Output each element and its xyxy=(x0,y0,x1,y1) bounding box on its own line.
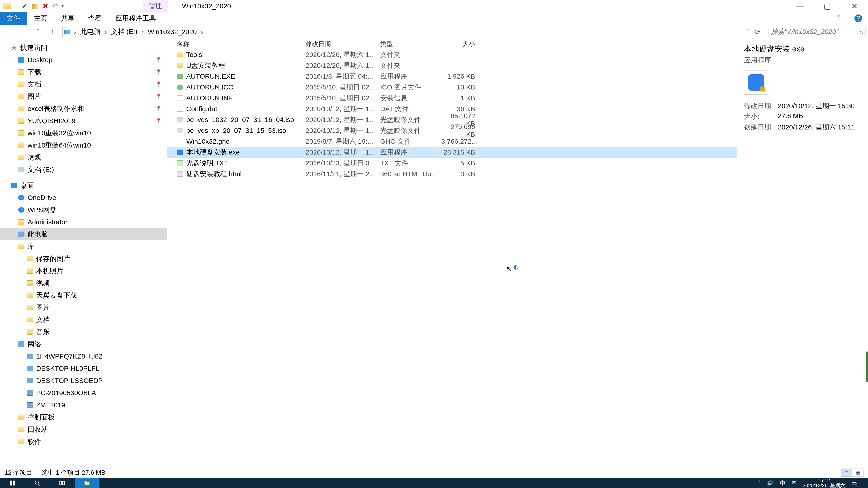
breadcrumb-seg-pc[interactable]: 此电脑 xyxy=(79,27,101,36)
tree-item[interactable]: 音乐 xyxy=(0,326,167,338)
ribbon-expand-icon[interactable]: ˅ xyxy=(828,12,848,25)
file-row[interactable]: Win10x32.gho2019/9/7, 星期六 19:...GHO 文件3,… xyxy=(167,136,737,147)
tree-item[interactable]: 此电脑 xyxy=(0,228,167,240)
qat-delete-icon[interactable]: ✖ xyxy=(42,3,49,9)
tree-item[interactable]: 控制面板 xyxy=(0,411,167,423)
tree-item[interactable]: ZMT2019 xyxy=(0,399,167,411)
breadcrumb-seg-folder[interactable]: Win10x32_2020 xyxy=(147,28,198,36)
file-row[interactable]: AUTORUN.EXE2016/1/8, 星期五 04:...应用程序1,926… xyxy=(167,71,737,82)
tree-item[interactable]: Administrator xyxy=(0,216,167,228)
tree-item[interactable]: 虎观 xyxy=(0,151,167,164)
tree-item[interactable]: 天翼云盘下载 xyxy=(0,289,167,301)
ribbon-tab-share[interactable]: 共享 xyxy=(54,12,81,25)
address-dropdown-icon[interactable]: ˅ xyxy=(747,28,750,36)
file-row[interactable]: AUTORUN.ICO2015/5/10, 星期日 02...ICO 图片文件1… xyxy=(167,82,737,93)
file-row[interactable]: pe_yqs_xp_20_07_31_15_53.iso2020/10/12, … xyxy=(167,125,737,136)
nav-recent-dropdown[interactable]: ˅ xyxy=(33,29,42,35)
taskbar-explorer-button[interactable] xyxy=(74,478,99,488)
tree-item[interactable]: excel表格制作求和📍 xyxy=(0,103,167,115)
qat-dropdown-icon[interactable]: ▾ xyxy=(61,3,64,9)
tree-item[interactable]: WPS网盘 xyxy=(0,204,167,216)
tree-item[interactable]: YUNQISHI2019📍 xyxy=(0,115,167,127)
tree-item[interactable]: win10重装64位win10 xyxy=(0,139,167,151)
tree-item[interactable]: 保存的图片 xyxy=(0,253,167,265)
navigation-tree[interactable]: 快速访问Desktop📍下载📍文档📍图片📍excel表格制作求和📍YUNQISH… xyxy=(0,39,167,467)
qat-properties-icon[interactable]: ✔ xyxy=(21,3,28,9)
tree-item[interactable]: win10重装32位win10 xyxy=(0,127,167,139)
tree-item-icon xyxy=(27,354,33,359)
tree-item[interactable]: 视频 xyxy=(0,277,167,289)
tree-item[interactable]: 图片 xyxy=(0,301,167,314)
file-row[interactable]: 硬盘安装教程.html2016/11/21, 星期一 2...360 se HT… xyxy=(167,168,737,180)
file-row[interactable]: 本地硬盘安装.exe2020/10/12, 星期一 1...应用程序28,315… xyxy=(167,147,737,158)
tree-item[interactable]: 1H4WPFQ7KZ8HU82 xyxy=(0,350,167,362)
tree-item[interactable]: 桌面 xyxy=(0,180,167,192)
task-view-button[interactable] xyxy=(50,478,74,488)
ribbon-contextual-tab-manage[interactable]: 管理 xyxy=(143,0,168,12)
maximize-button[interactable]: ▢ xyxy=(814,0,841,12)
file-row[interactable]: U盘安装教程2020/12/26, 星期六 1...文件夹 xyxy=(167,60,737,71)
tree-item[interactable]: 文档 xyxy=(0,314,167,326)
address-refresh-icon[interactable]: ⟳ xyxy=(754,28,760,36)
minimize-button[interactable]: — xyxy=(786,0,814,12)
file-name: 光盘说明.TXT xyxy=(186,159,228,168)
tree-item[interactable]: Desktop📍 xyxy=(0,54,167,66)
tree-item[interactable]: 网络 xyxy=(0,338,167,350)
address-bar[interactable]: › 此电脑 › 文档 (E:) › Win10x32_2020 › ˅ ⟳ xyxy=(62,27,763,37)
nav-forward-button[interactable]: → xyxy=(19,28,28,36)
view-details-button[interactable]: ≣ xyxy=(841,468,852,477)
search-box[interactable]: 搜索"Win10x32_2020" ⌕ xyxy=(769,27,866,37)
breadcrumb-seg-drive[interactable]: 文档 (E:) xyxy=(110,27,138,36)
ribbon-help-icon[interactable]: ? xyxy=(855,14,862,22)
breadcrumb-chevron-icon[interactable]: › xyxy=(199,28,205,36)
tree-item[interactable]: 回收站 xyxy=(0,423,167,435)
col-size[interactable]: 大小 xyxy=(441,40,480,48)
tree-item[interactable]: 快速访问 xyxy=(0,41,167,54)
taskbar-search-button[interactable] xyxy=(25,478,50,488)
tray-ime-indicator[interactable]: 中 xyxy=(780,480,785,487)
tree-item[interactable]: DESKTOP-HL0PLFL xyxy=(0,362,167,375)
view-large-icons-button[interactable]: ▦ xyxy=(852,468,864,477)
ribbon-tab-file[interactable]: 文件 xyxy=(0,12,27,25)
tree-item[interactable]: 下载📍 xyxy=(0,66,167,78)
tree-item[interactable]: 库 xyxy=(0,240,167,253)
ribbon-tab-view[interactable]: 查看 xyxy=(81,12,108,25)
taskbar-clock[interactable]: 15:12 2020/12/26, 星期六 xyxy=(803,478,845,488)
col-date[interactable]: 修改日期 xyxy=(306,40,380,48)
tray-volume-icon[interactable]: 🔊 xyxy=(767,480,774,486)
ribbon-tab-apptools[interactable]: 应用程序工具 xyxy=(108,12,163,25)
file-row[interactable]: Tools2020/12/26, 星期六 1...文件夹 xyxy=(167,49,737,60)
qat-undo-icon[interactable]: ↶ xyxy=(52,2,58,10)
tree-item[interactable]: 本机照片 xyxy=(0,265,167,277)
nav-back-button[interactable]: ← xyxy=(4,28,13,36)
titlebar: ✔ ▦ ✖ ↶ ▾ 管理 Win10x32_2020 — ▢ ✕ xyxy=(0,0,868,12)
start-button[interactable] xyxy=(0,478,25,488)
qat-newfolder-icon[interactable]: ▦ xyxy=(31,3,38,9)
screen-edge-handle[interactable] xyxy=(866,352,868,382)
breadcrumb-chevron-icon[interactable]: › xyxy=(103,28,109,36)
col-name[interactable]: 名称 ˄ xyxy=(177,40,306,48)
nav-up-button[interactable]: ↑ xyxy=(48,28,57,36)
tree-item[interactable]: PC-20190530OBLA xyxy=(0,387,167,399)
close-button[interactable]: ✕ xyxy=(841,0,868,12)
tree-item[interactable]: 软件 xyxy=(0,435,167,448)
system-tray[interactable]: ˄ 🔊 中 ✉ 15:12 2020/12/26, 星期六 ▭2 xyxy=(758,478,868,488)
ribbon-tab-home[interactable]: 主页 xyxy=(27,12,54,25)
column-headers[interactable]: 名称 ˄ 修改日期 类型 大小 xyxy=(167,39,737,49)
tray-overflow-icon[interactable]: ˄ xyxy=(758,480,761,486)
file-row[interactable]: AUTORUN.INF2015/5/10, 星期日 02...安装信息1 KB xyxy=(167,93,737,103)
tree-item[interactable]: DESKTOP-LSSOEDP xyxy=(0,375,167,387)
col-type[interactable]: 类型 xyxy=(380,40,441,48)
tree-item[interactable]: 图片📍 xyxy=(0,90,167,103)
tray-app-icon[interactable]: ✉ xyxy=(792,480,796,486)
tree-item-icon xyxy=(18,94,24,99)
tree-item[interactable]: 文档📍 xyxy=(0,78,167,90)
tree-item[interactable]: OneDrive xyxy=(0,192,167,204)
taskbar[interactable]: ˄ 🔊 中 ✉ 15:12 2020/12/26, 星期六 ▭2 xyxy=(0,478,868,488)
breadcrumb-chevron-icon[interactable]: › xyxy=(140,28,146,36)
search-icon[interactable]: ⌕ xyxy=(859,28,863,36)
tree-item[interactable]: 文档 (E:) xyxy=(0,164,167,176)
breadcrumb-chevron-icon[interactable]: › xyxy=(72,28,78,36)
action-center-button[interactable]: ▭2 xyxy=(851,480,857,486)
file-row[interactable]: 光盘说明.TXT2016/10/23, 星期日 0...TXT 文件5 KB xyxy=(167,158,737,168)
